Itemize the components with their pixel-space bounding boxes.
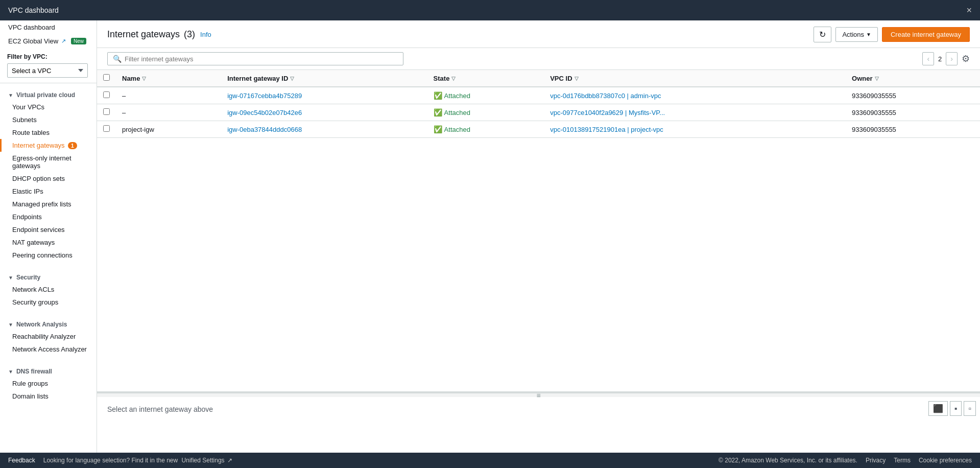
refresh-button[interactable]: ↻ — [814, 27, 831, 42]
footer: Feedback Looking for language selection?… — [0, 453, 980, 468]
sidebar-item-network-acls[interactable]: Network ACLs — [0, 283, 97, 296]
footer-privacy-link[interactable]: Privacy — [866, 457, 886, 464]
main-content: Internet gateways (3) Info ↻ Actions ▼ C… — [97, 20, 980, 453]
cell-name-2: project-igw — [116, 121, 221, 138]
select-all-checkbox[interactable] — [103, 74, 110, 81]
sort-icon: ▽ — [875, 76, 879, 81]
create-button[interactable]: Create internet gateway — [882, 27, 970, 42]
sidebar-item-ec2-global-view[interactable]: EC2 Global View ↗ New — [0, 34, 97, 48]
sort-icon: ▽ — [142, 76, 146, 81]
table-row: project-igw igw-0eba37844dddc0668 ✅ Atta… — [97, 121, 980, 138]
sidebar-item-dhcp[interactable]: DHCP option sets — [0, 172, 97, 185]
sidebar-item-security-groups[interactable]: Security groups — [0, 296, 97, 309]
sidebar-section-vpc: ▼ Virtual private cloud Your VPCs Subnet… — [0, 83, 97, 266]
prev-page-button[interactable]: ‹ — [922, 52, 934, 65]
next-page-button[interactable]: › — [946, 52, 958, 65]
detail-empty-message: Select an internet gateway above — [107, 405, 213, 413]
cell-state-2: ✅ Attached — [427, 121, 544, 138]
sidebar-item-network-access[interactable]: Network Access Analyzer — [0, 343, 97, 356]
footer-cookie-link[interactable]: Cookie preferences — [919, 457, 972, 464]
sidebar-section-security: ▼ Security Network ACLs Security groups — [0, 266, 97, 313]
chevron-down-icon: ▼ — [8, 92, 13, 98]
sidebar-section-network-analysis: ▼ Network Analysis Reachability Analyzer… — [0, 313, 97, 360]
header-actions: ↻ Actions ▼ Create internet gateway — [814, 27, 970, 42]
attached-icon: ✅ — [434, 108, 442, 116]
info-link[interactable]: Info — [200, 31, 211, 38]
cell-name-1: – — [116, 104, 221, 121]
sort-icon: ▽ — [290, 76, 294, 81]
attached-icon: ✅ — [434, 91, 442, 100]
table-toolbar: 🔍 ‹ 2 › ⚙ — [97, 48, 980, 70]
col-state: State ▽ — [427, 70, 544, 87]
col-id: Internet gateway ID ▽ — [221, 70, 427, 87]
detail-panel-content: Select an internet gateway above — [97, 397, 223, 422]
content-header: Internet gateways (3) Info ↻ Actions ▼ C… — [97, 20, 980, 48]
table-wrapper: Name ▽ Internet gateway ID ▽ — [97, 70, 980, 391]
cell-owner-2: 933609035555 — [846, 121, 980, 138]
cell-owner-0: 933609035555 — [846, 87, 980, 104]
sidebar-section-header-network-analysis[interactable]: ▼ Network Analysis — [0, 317, 97, 330]
page-title: Internet gateways (3) — [107, 29, 195, 40]
cell-vpc-0[interactable]: vpc-0d176bdbb873807c0 | admin-vpc — [544, 87, 846, 104]
cell-name-0: – — [116, 87, 221, 104]
cell-owner-1: 933609035555 — [846, 104, 980, 121]
sidebar-section-header-dns-firewall[interactable]: ▼ DNS firewall — [0, 364, 97, 377]
unified-settings-link[interactable]: Unified Settings — [182, 457, 225, 464]
row-checkbox-0[interactable] — [103, 91, 110, 98]
sidebar-item-endpoint-services[interactable]: Endpoint services — [0, 223, 97, 236]
cell-id-2[interactable]: igw-0eba37844dddc0668 — [221, 121, 427, 138]
chevron-down-icon: ▼ — [8, 369, 13, 375]
sidebar-item-your-vpcs[interactable]: Your VPCs — [0, 101, 97, 113]
sidebar-section-header-vpc[interactable]: ▼ Virtual private cloud — [0, 87, 97, 101]
actions-button[interactable]: Actions ▼ — [835, 27, 878, 42]
sidebar-item-reachability[interactable]: Reachability Analyzer — [0, 330, 97, 343]
row-checkbox-2[interactable] — [103, 125, 110, 132]
sidebar-item-vpc-dashboard[interactable]: VPC dashboard — [0, 20, 97, 34]
view-split-side-button[interactable]: ▪ — [950, 401, 962, 416]
sidebar-item-nat-gateways[interactable]: NAT gateways — [0, 236, 97, 249]
footer-copyright: © 2022, Amazon Web Services, Inc. or its… — [719, 457, 857, 464]
sidebar-item-endpoints[interactable]: Endpoints — [0, 210, 97, 223]
search-box: 🔍 — [107, 52, 403, 65]
col-vpc-id: VPC ID ▽ — [544, 70, 846, 87]
view-split-bottom-button[interactable]: ⬛ — [928, 401, 948, 416]
resize-handle[interactable]: ≡ — [97, 393, 980, 397]
search-input[interactable] — [125, 55, 398, 63]
footer-terms-link[interactable]: Terms — [894, 457, 911, 464]
sort-icon: ▽ — [575, 76, 579, 81]
vpc-select[interactable]: Select a VPC — [7, 63, 88, 78]
sidebar-item-rule-groups[interactable]: Rule groups — [0, 377, 97, 390]
cell-vpc-1[interactable]: vpc-0977ce1040f2a9629 | Mysfits-VP... — [544, 104, 846, 121]
cell-id-1[interactable]: igw-09ec54b02e07b42e6 — [221, 104, 427, 121]
page-number: 2 — [938, 55, 942, 63]
table-row: – igw-07167cebba4b75289 ✅ Attached vpc-0… — [97, 87, 980, 104]
cell-state-0: ✅ Attached — [427, 87, 544, 104]
cell-vpc-2[interactable]: vpc-010138917521901ea | project-vpc — [544, 121, 846, 138]
sidebar-item-prefix-lists[interactable]: Managed prefix lists — [0, 198, 97, 210]
detail-view-icons: ⬛ ▪ ▫ — [928, 397, 980, 416]
sidebar-item-subnets[interactable]: Subnets — [0, 113, 97, 126]
sort-icon: ▽ — [451, 76, 456, 81]
view-full-button[interactable]: ▫ — [964, 401, 976, 416]
sidebar-item-peering[interactable]: Peering connections — [0, 249, 97, 262]
sidebar-item-elastic-ips[interactable]: Elastic IPs — [0, 185, 97, 198]
sidebar-section-header-security[interactable]: ▼ Security — [0, 270, 97, 283]
table-preferences-icon[interactable]: ⚙ — [962, 53, 970, 64]
internet-gateways-table: Name ▽ Internet gateway ID ▽ — [97, 70, 980, 138]
close-icon[interactable]: × — [966, 5, 972, 16]
chevron-down-icon: ▼ — [8, 322, 13, 327]
cell-id-0[interactable]: igw-07167cebba4b75289 — [221, 87, 427, 104]
row-checkbox-1[interactable] — [103, 108, 110, 115]
sidebar-item-route-tables[interactable]: Route tables — [0, 126, 97, 139]
sidebar-item-internet-gateways[interactable]: Internet gateways 1 — [0, 139, 97, 152]
filter-vpc-section: Filter by VPC: Select a VPC — [0, 48, 97, 83]
footer-left: Feedback Looking for language selection?… — [8, 457, 232, 464]
chevron-down-icon: ▼ — [866, 32, 871, 37]
chevron-down-icon: ▼ — [8, 275, 13, 280]
col-owner: Owner ▽ — [846, 70, 980, 87]
app-title: VPC dashboard — [8, 6, 59, 14]
sidebar-item-egress-only[interactable]: Egress-only internet gateways — [0, 152, 97, 172]
sidebar-item-domain-lists[interactable]: Domain lists — [0, 390, 97, 403]
feedback-button[interactable]: Feedback — [8, 457, 35, 464]
footer-unified-text: Looking for language selection? Find it … — [43, 457, 232, 464]
